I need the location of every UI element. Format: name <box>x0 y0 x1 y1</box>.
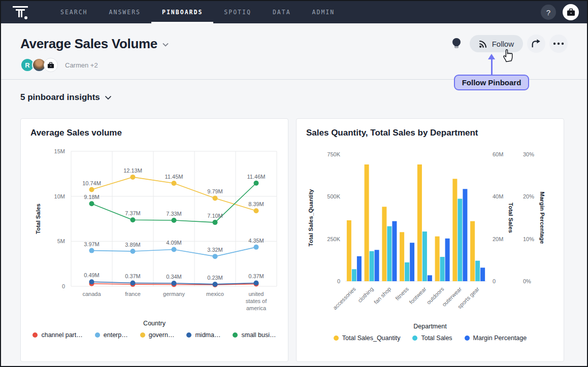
svg-text:america: america <box>246 305 267 311</box>
svg-text:250K: 250K <box>327 236 340 242</box>
spotiq-insights-button[interactable] <box>447 35 466 53</box>
lightbulb-icon <box>451 38 462 50</box>
svg-text:4.09M: 4.09M <box>166 240 182 246</box>
svg-text:Total Sales_Quantity: Total Sales_Quantity <box>308 189 314 247</box>
svg-text:12.13M: 12.13M <box>123 168 142 174</box>
svg-text:7.37M: 7.37M <box>125 210 141 216</box>
nav-item-data[interactable]: DATA <box>262 1 302 23</box>
legend-dot-icon <box>412 336 417 341</box>
legend-item[interactable]: govern… <box>140 331 175 339</box>
svg-text:11.45M: 11.45M <box>165 174 183 180</box>
share-button[interactable] <box>527 35 545 53</box>
ellipsis-icon <box>553 42 564 45</box>
svg-text:clothing: clothing <box>356 286 374 304</box>
legend-dot-icon <box>233 332 238 338</box>
svg-text:60M: 60M <box>493 151 503 157</box>
svg-text:40M: 40M <box>493 193 503 199</box>
svg-text:fan shop: fan shop <box>373 286 392 305</box>
svg-text:fitness: fitness <box>394 286 410 302</box>
authors-row: R Carmen +2 <box>20 58 568 72</box>
briefcase-icon <box>567 8 575 16</box>
pinboard-content: 5 pinboard insights Average Sales volume… <box>1 92 587 362</box>
thoughtspot-logo-icon <box>12 5 28 19</box>
svg-text:france: france <box>125 291 141 297</box>
share-arrow-icon <box>531 38 542 49</box>
nav-item-answers[interactable]: ANSWERS <box>99 1 151 23</box>
svg-text:10%: 10% <box>523 236 534 242</box>
svg-text:30%: 30% <box>523 151 534 157</box>
svg-text:20M: 20M <box>493 236 503 242</box>
svg-text:11.46M: 11.46M <box>247 174 266 180</box>
briefcase-icon <box>47 62 54 69</box>
avatar-initial-letter: R <box>25 61 29 69</box>
legend-item[interactable]: Margin Percentage <box>465 335 527 342</box>
svg-text:9.79M: 9.79M <box>207 188 223 194</box>
svg-text:canada: canada <box>82 291 101 297</box>
svg-text:10.74M: 10.74M <box>82 180 101 186</box>
svg-text:500K: 500K <box>327 193 340 199</box>
svg-text:0%: 0% <box>523 278 531 284</box>
chevron-down-icon <box>105 95 112 100</box>
svg-text:0.23M: 0.23M <box>207 275 223 281</box>
legend-label: midma… <box>195 331 220 339</box>
nav-item-spotiq[interactable]: SPOTIQ <box>213 1 262 23</box>
svg-text:20%: 20% <box>523 193 534 199</box>
svg-text:0.37M: 0.37M <box>125 273 141 279</box>
legend-item[interactable]: small busi… <box>233 331 276 339</box>
svg-text:states of: states of <box>246 298 268 304</box>
thoughtspot-logo[interactable] <box>12 1 36 23</box>
bar-chart-legend: Total Sales_QuantityTotal SalesMargin Pe… <box>303 335 558 342</box>
page-title: Average Sales Volume <box>20 36 157 52</box>
nav-right: ? <box>541 1 587 23</box>
avatar-briefcase[interactable] <box>44 58 58 72</box>
legend-dot-icon <box>95 332 100 338</box>
top-navbar: SEARCH ANSWERS PINBOARDS SPOTIQ DATA ADM… <box>1 1 587 23</box>
insights-count-label: 5 pinboard insights <box>20 92 100 103</box>
user-avatar-button[interactable] <box>563 4 579 20</box>
svg-text:0: 0 <box>493 278 496 284</box>
bar-chart-title: Sales Quantity, Total Sales by Departmen… <box>303 128 558 138</box>
legend-item[interactable]: Total Sales <box>412 335 452 342</box>
more-options-button[interactable] <box>549 35 568 53</box>
svg-text:germany: germany <box>163 291 185 297</box>
svg-text:750K: 750K <box>327 151 340 157</box>
legend-label: Total Sales <box>421 335 452 342</box>
svg-text:7.33M: 7.33M <box>166 211 182 217</box>
title-dropdown-caret-icon[interactable] <box>162 43 169 47</box>
nav-item-pinboards[interactable]: PINBOARDS <box>151 1 213 23</box>
line-chart-xaxis-label: Country <box>27 320 282 327</box>
svg-text:3.32M: 3.32M <box>207 247 223 253</box>
follow-button[interactable]: Follow <box>470 35 523 52</box>
svg-text:0.37M: 0.37M <box>248 273 264 279</box>
svg-text:4.35M: 4.35M <box>248 238 264 244</box>
insights-header-toggle[interactable]: 5 pinboard insights <box>20 92 112 103</box>
legend-item[interactable]: Total Sales_Quantity <box>334 335 401 342</box>
header-controls: Follow <box>447 35 568 53</box>
legend-dot-icon <box>334 336 339 341</box>
line-chart[interactable]: 15M10M5M03.97M3.89M4.09M3.32M4.35M10.74M… <box>27 144 283 319</box>
svg-text:Total Sales: Total Sales <box>508 203 514 233</box>
authors-label: Carmen +2 <box>65 61 98 69</box>
svg-text:8.39M: 8.39M <box>248 201 264 207</box>
line-chart-title: Average Sales volume <box>27 128 282 138</box>
svg-text:mexico: mexico <box>206 291 224 297</box>
nav-items: SEARCH ANSWERS PINBOARDS SPOTIQ DATA ADM… <box>50 1 345 23</box>
legend-label: govern… <box>149 331 175 339</box>
nav-item-admin[interactable]: ADMIN <box>302 1 346 23</box>
svg-text:10M: 10M <box>54 193 65 199</box>
bar-chart[interactable]: 750K500K250K060M40M20M030%20%10%0%access… <box>303 144 559 322</box>
svg-text:3.89M: 3.89M <box>125 242 141 248</box>
legend-dot-icon <box>465 336 470 341</box>
nav-item-search[interactable]: SEARCH <box>50 1 99 23</box>
help-button[interactable]: ? <box>541 5 556 20</box>
legend-label: small busi… <box>241 331 276 339</box>
app-window: SEARCH ANSWERS PINBOARDS SPOTIQ DATA ADM… <box>0 0 588 367</box>
svg-text:accessories: accessories <box>332 286 357 311</box>
bar-chart-xaxis-label: Department <box>303 323 558 330</box>
card-sales-by-department: Sales Quantity, Total Sales by Departmen… <box>296 118 564 362</box>
legend-item[interactable]: channel part… <box>32 331 82 339</box>
legend-item[interactable]: midma… <box>186 331 220 339</box>
legend-item[interactable]: enterp… <box>95 331 128 339</box>
svg-text:united: united <box>249 291 264 297</box>
card-average-sales-volume: Average Sales volume 15M10M5M03.97M3.89M… <box>20 118 288 362</box>
